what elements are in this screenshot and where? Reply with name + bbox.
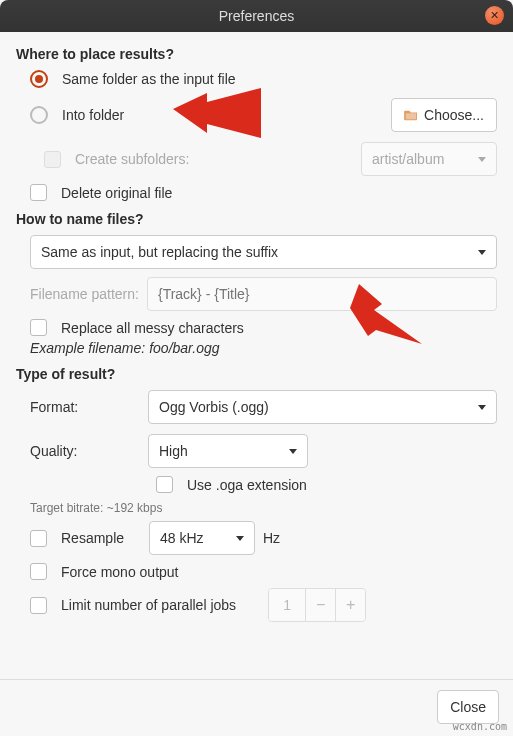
quality-value: High	[159, 443, 188, 459]
checkbox-force-mono-label: Force mono output	[61, 564, 179, 580]
example-filename: Example filename: foo/bar.ogg	[16, 340, 497, 356]
filename-pattern-input[interactable]	[147, 277, 497, 311]
resample-dropdown[interactable]: 48 kHz	[149, 521, 255, 555]
checkbox-replace-messy-label: Replace all messy characters	[61, 320, 244, 336]
titlebar: Preferences ✕	[0, 0, 513, 32]
jobs-spinner[interactable]: − +	[268, 588, 366, 622]
filename-pattern-label: Filename pattern:	[30, 286, 139, 302]
jobs-plus-button[interactable]: +	[335, 589, 365, 621]
close-icon[interactable]: ✕	[485, 6, 504, 25]
quality-label: Quality:	[30, 443, 140, 459]
checkbox-delete-original-label: Delete original file	[61, 185, 172, 201]
radio-into-folder[interactable]	[30, 106, 48, 124]
chevron-down-icon	[289, 449, 297, 454]
chevron-down-icon	[478, 250, 486, 255]
section-name-heading: How to name files?	[16, 211, 497, 227]
chevron-down-icon	[478, 405, 486, 410]
subfolder-template-value: artist/album	[372, 151, 444, 167]
checkbox-limit-jobs-label: Limit number of parallel jobs	[61, 597, 236, 613]
format-label: Format:	[30, 399, 140, 415]
naming-mode-value: Same as input, but replacing the suffix	[41, 244, 278, 260]
jobs-value-input[interactable]	[269, 589, 305, 621]
checkbox-delete-original[interactable]	[30, 184, 47, 201]
footer: Close	[0, 679, 513, 736]
subfolder-template-dropdown[interactable]: artist/album	[361, 142, 497, 176]
format-value: Ogg Vorbis (.ogg)	[159, 399, 269, 415]
checkbox-limit-jobs[interactable]	[30, 597, 47, 614]
folder-icon	[404, 109, 418, 121]
section-place-heading: Where to place results?	[16, 46, 497, 62]
svg-rect-0	[406, 113, 416, 119]
close-button-label: Close	[450, 699, 486, 715]
section-type-heading: Type of result?	[16, 366, 497, 382]
quality-dropdown[interactable]: High	[148, 434, 308, 468]
checkbox-use-oga[interactable]	[156, 476, 173, 493]
chevron-down-icon	[236, 536, 244, 541]
checkbox-replace-messy[interactable]	[30, 319, 47, 336]
choose-button[interactable]: Choose...	[391, 98, 497, 132]
window-title: Preferences	[219, 8, 294, 24]
resample-unit: Hz	[263, 530, 280, 546]
resample-value: 48 kHz	[160, 530, 204, 546]
checkbox-create-subfolders[interactable]	[44, 151, 61, 168]
jobs-minus-button[interactable]: −	[305, 589, 335, 621]
naming-mode-dropdown[interactable]: Same as input, but replacing the suffix	[30, 235, 497, 269]
checkbox-resample-label: Resample	[61, 530, 141, 546]
radio-same-folder[interactable]	[30, 70, 48, 88]
target-bitrate: Target bitrate: ~192 kbps	[16, 501, 497, 515]
checkbox-resample[interactable]	[30, 530, 47, 547]
radio-into-folder-label: Into folder	[62, 107, 124, 123]
checkbox-force-mono[interactable]	[30, 563, 47, 580]
chevron-down-icon	[478, 157, 486, 162]
radio-same-folder-label: Same folder as the input file	[62, 71, 236, 87]
choose-button-label: Choose...	[424, 107, 484, 123]
format-dropdown[interactable]: Ogg Vorbis (.ogg)	[148, 390, 497, 424]
close-button[interactable]: Close	[437, 690, 499, 724]
watermark: wcxdn.com	[453, 721, 507, 732]
checkbox-use-oga-label: Use .oga extension	[187, 477, 307, 493]
checkbox-create-subfolders-label: Create subfolders:	[75, 151, 189, 167]
